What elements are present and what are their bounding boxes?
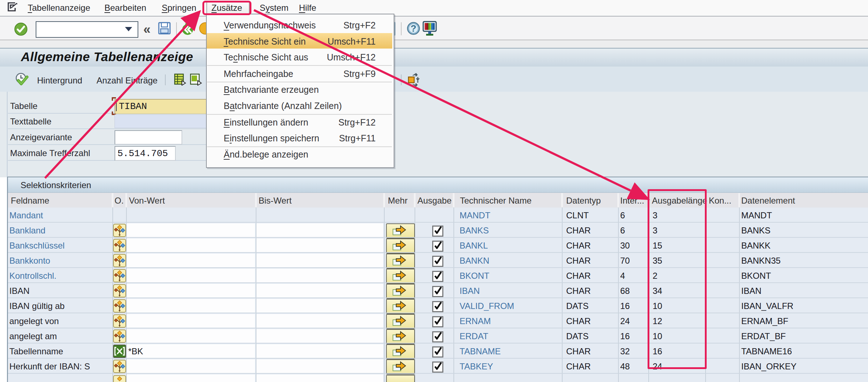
svg-text:?: ? <box>411 23 416 34</box>
